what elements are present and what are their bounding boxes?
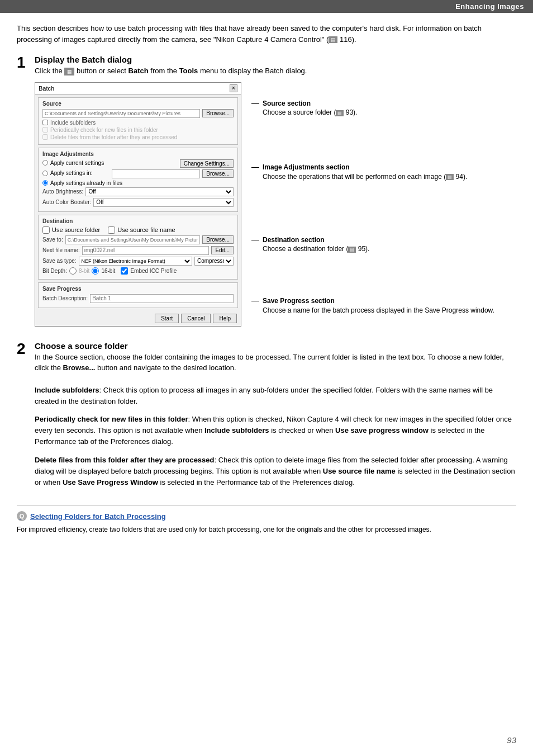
apply-current-radio[interactable] (42, 160, 48, 166)
dest-annotation-line (251, 240, 259, 240)
include-subfolders-row: Include subfolders (42, 120, 234, 126)
save-progress-title: Save Progress (42, 286, 234, 292)
para-periodically-check: Periodically check for new files in this… (35, 414, 516, 447)
save-to-row: Save to: Browse... (42, 235, 234, 244)
dest-annotation-text: Destination section Choose a destination… (263, 235, 369, 254)
image-adj-annotation-line (251, 167, 259, 168)
include-subfolders-label: Include subfolders (50, 120, 96, 126)
apply-current-label: Apply current settings (50, 160, 104, 166)
auto-color-row: Auto Color Booster: Off (42, 198, 234, 207)
image-adj-annotation: Image Adjustments section Choose the ope… (251, 163, 516, 182)
include-subfolders-para-label: Include subfolders (35, 386, 99, 394)
batch-titlebar: Batch × (35, 83, 241, 94)
bit-depth-row: Bit Depth: 8-bit 16-bit Embed ICC Profil… (42, 267, 234, 275)
step2-title: Choose a source folder (35, 341, 516, 351)
source-annotation-line (251, 103, 259, 104)
help-button[interactable]: Help (213, 314, 237, 323)
header-title: Enhancing Images (455, 2, 524, 11)
apply-current-radio-row: Apply current settings (42, 160, 178, 166)
step1-title-area: Display the Batch dialog Click the ▦ but… (35, 55, 516, 77)
source-browse-button[interactable]: Browse... (202, 109, 234, 117)
step2-number: 2 (17, 341, 29, 357)
source-path-row: Browse... (42, 109, 234, 118)
cancel-button[interactable]: Cancel (181, 314, 211, 323)
next-filename-row: Next file name: Edit... (42, 246, 234, 255)
intro-paragraph: This section describes how to use batch … (17, 23, 516, 45)
apply-settings-in-label: Apply settings in: (50, 170, 93, 176)
save-to-browse-button[interactable]: Browse... (202, 235, 234, 244)
apply-settings-browse-button[interactable]: Browse... (202, 169, 234, 178)
apply-already-radio[interactable] (42, 180, 48, 186)
use-source-row: Use source folder Use source file name (42, 226, 234, 234)
embed-icc-checkbox[interactable] (121, 267, 128, 275)
batch-source-section: Source Browse... Include subfolders Peri… (38, 97, 238, 145)
apply-settings-in-input[interactable] (112, 169, 200, 178)
bottom-note-title: Q Selecting Folders for Batch Processing (17, 511, 516, 521)
save-as-type-row: Save as type: NEF (Nikon Electronic Imag… (42, 257, 234, 266)
para-include-subfolders: Include subfolders: Check this option to… (35, 385, 516, 407)
step1-desc: Click the ▦ button or select Batch from … (35, 65, 516, 77)
use-source-filename-checkbox[interactable] (108, 226, 115, 234)
step2-desc: In the Source section, choose the folder… (35, 352, 516, 374)
delete-files-label: Delete files from the folder after they … (50, 134, 177, 140)
periodically-check-checkbox[interactable] (42, 127, 48, 133)
source-path-input[interactable] (42, 109, 200, 118)
step1-section: 1 Display the Batch dialog Click the ▦ b… (17, 55, 516, 330)
apply-settings-in-radio[interactable] (42, 171, 48, 176)
delete-files-para-label: Delete files from this folder after they… (35, 456, 215, 464)
bottom-note-text: For improved efficiency, create two fold… (17, 525, 516, 535)
bit-8-label: 8-bit (79, 268, 89, 274)
compressed-select[interactable]: Compressed (194, 257, 234, 266)
use-source-folder-label: Use source folder (52, 226, 100, 233)
change-settings-button[interactable]: Change Settings... (180, 159, 234, 168)
step1-number: 1 (17, 55, 29, 70)
start-button[interactable]: Start (155, 314, 179, 323)
use-source-filename-label: Use source file name (117, 226, 175, 233)
auto-color-select[interactable]: Off (93, 198, 234, 207)
periodically-check-row: Periodically check for new files in this… (42, 127, 234, 133)
image-adj-annotation-text: Image Adjustments section Choose the ope… (263, 163, 467, 182)
save-to-label: Save to: (42, 237, 63, 243)
auto-color-label: Auto Color Booster: (42, 199, 91, 205)
next-filename-label: Next file name: (42, 247, 80, 253)
embed-icc-label: Embed ICC Profile (130, 268, 177, 274)
delete-files-row: Delete files from the folder after they … (42, 134, 234, 140)
main-content: This section describes how to use batch … (0, 13, 533, 505)
source-annotation-text: Source section Choose a source folder (▤… (263, 99, 357, 118)
auto-brightness-row: Auto Brightness: Off (42, 187, 234, 196)
page-number: 93 (507, 735, 516, 745)
apply-current-row: Apply current settings Change Settings..… (42, 159, 234, 168)
save-as-type-label: Save as type: (42, 258, 77, 264)
image-adj-title: Image Adjustments (42, 151, 234, 157)
batch-desc-label: Batch Description: (42, 295, 88, 301)
batch-close-button[interactable]: × (230, 84, 237, 92)
periodically-check-label: Periodically check for new files in this… (50, 127, 158, 133)
next-filename-input[interactable] (82, 246, 210, 255)
source-section-title: Source (42, 101, 234, 107)
batch-image-adj-section: Image Adjustments Apply current settings… (38, 148, 238, 212)
save-progress-annotation: Save Progress section Choose a name for … (251, 296, 516, 315)
include-subfolders-checkbox[interactable] (42, 120, 48, 125)
batch-desc-input[interactable] (90, 294, 234, 303)
use-source-folder-checkbox[interactable] (42, 226, 50, 234)
bit-depth-label: Bit Depth: (42, 268, 67, 274)
step2-header: 2 Choose a source folder In the Source s… (17, 341, 516, 374)
batch-save-progress-section: Save Progress Batch Description: (38, 282, 238, 308)
dest-section-title: Destination (42, 218, 234, 224)
delete-files-checkbox[interactable] (42, 134, 48, 140)
para-delete-files: Delete files from this folder after they… (35, 455, 516, 488)
bit-16-label: 16-bit (101, 268, 115, 274)
apply-settings-in-row: Apply settings in: Browse... (42, 169, 234, 178)
save-to-input[interactable] (65, 235, 201, 244)
source-annotation: Source section Choose a source folder (▤… (251, 99, 516, 118)
bit-16-radio[interactable] (92, 267, 99, 275)
save-as-type-select[interactable]: NEF (Nikon Electronic Image Format) (79, 257, 192, 266)
auto-brightness-select[interactable]: Off (85, 187, 234, 196)
save-progress-annotation-text: Save Progress section Choose a name for … (263, 296, 494, 315)
step1-title: Display the Batch dialog (35, 55, 516, 64)
save-progress-annotation-line (251, 301, 259, 301)
bit-8-radio[interactable] (69, 267, 77, 275)
step2-section: 2 Choose a source folder In the Source s… (17, 341, 516, 374)
page-header: Enhancing Images (0, 0, 533, 13)
edit-button[interactable]: Edit... (211, 246, 234, 254)
